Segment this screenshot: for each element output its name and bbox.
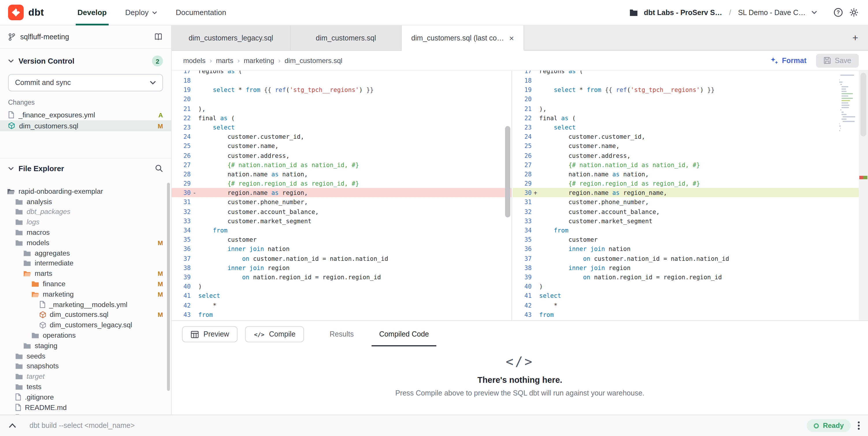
project-chevron-down-icon[interactable] — [811, 10, 817, 14]
file-tree-item[interactable]: README.md — [0, 402, 171, 413]
file-tree-item[interactable]: .gitignore — [0, 392, 171, 403]
changed-file-row[interactable]: dim_customers.sqlM — [0, 120, 171, 131]
code-line[interactable]: 33 customer.market_segment — [513, 216, 868, 226]
code-line[interactable]: 17regions as ( — [513, 70, 868, 76]
file-tree-item[interactable]: financeM — [0, 279, 171, 289]
dbt-logo-icon[interactable] — [8, 5, 24, 20]
file-tree-item[interactable]: target — [0, 372, 171, 382]
account-name[interactable]: dbt Labs - ProServ S… — [644, 8, 722, 17]
status-badge[interactable]: Ready — [807, 419, 851, 432]
code-line[interactable]: 41select — [172, 291, 512, 300]
file-explorer-header[interactable]: File Explorer — [0, 158, 171, 178]
code-line[interactable]: 24 customer.customer_id, — [172, 132, 512, 141]
code-line[interactable]: 18 — [513, 76, 868, 85]
editor-tab[interactable]: dim_customers.sql — [291, 25, 402, 50]
code-line[interactable]: 23 select — [172, 123, 512, 132]
code-line[interactable]: 36 inner join nation — [172, 244, 512, 254]
project-name[interactable]: SL Demo - Dave C… — [738, 8, 806, 17]
file-tree-item[interactable]: intermediate — [0, 258, 171, 269]
code-line[interactable]: 32 customer.account_balance, — [513, 207, 868, 216]
format-button[interactable]: Format — [770, 56, 806, 64]
file-tree-item[interactable]: _marketing__models.yml — [0, 299, 171, 310]
file-tree-item[interactable]: dbt_packages — [0, 207, 171, 217]
commit-and-sync-button[interactable]: Commit and sync — [8, 74, 163, 91]
code-line[interactable]: 22final as ( — [172, 113, 512, 123]
close-tab-icon[interactable]: × — [509, 34, 514, 42]
code-line[interactable]: 28 nation.name as nation, — [513, 169, 868, 179]
help-icon[interactable]: ? — [833, 7, 843, 17]
code-line[interactable]: 22final as ( — [513, 113, 868, 123]
code-line[interactable]: 43from — [172, 310, 512, 319]
more-options-icon[interactable] — [858, 421, 860, 430]
bottom-panel-tab-compiled-code[interactable]: Compiled Code — [379, 330, 429, 338]
file-tree-item[interactable]: snapshots — [0, 361, 171, 372]
file-search-icon[interactable] — [155, 164, 163, 172]
code-line[interactable]: 43from — [513, 310, 868, 319]
code-line[interactable]: 42 * — [513, 300, 868, 310]
file-tree-item[interactable]: marketingM — [0, 289, 171, 299]
file-tree-item[interactable]: dim_customers.sqlM — [0, 310, 171, 320]
code-line[interactable]: 27 {# nation.nation_id as nation_id, #} — [172, 160, 512, 169]
code-line[interactable]: 38 inner join region — [513, 263, 868, 272]
breadcrumb-item[interactable]: marketing — [244, 56, 274, 64]
code-line[interactable]: 21), — [513, 104, 868, 113]
nav-item-documentation[interactable]: Documentation — [166, 0, 236, 25]
code-line[interactable]: 40) — [513, 282, 868, 291]
file-tree-item[interactable]: macros — [0, 227, 171, 238]
version-control-header[interactable]: Version Control 2 — [0, 49, 171, 71]
file-tree-item[interactable]: dbt_project.yml — [0, 413, 171, 415]
overview-scroll-thumb[interactable] — [861, 73, 866, 137]
code-line[interactable]: 39 on nation.region_id = region.region_i… — [172, 272, 512, 282]
code-line[interactable]: 32 customer.account_balance, — [172, 207, 512, 216]
file-tree-item[interactable]: logs — [0, 217, 171, 228]
code-line[interactable]: 31 customer.phone_number, — [172, 198, 512, 207]
settings-gear-icon[interactable] — [849, 7, 859, 17]
editor-tab[interactable]: dim_customers_legacy.sql — [172, 25, 291, 50]
git-branch-row[interactable]: sqlfluff-meeting — [0, 25, 171, 49]
docs-book-icon[interactable] — [154, 33, 163, 40]
sidebar-scrollbar[interactable] — [167, 183, 170, 391]
code-line[interactable]: 38 inner join region — [172, 263, 512, 272]
file-tree-item[interactable]: rapid-onboarding-exemplar — [0, 186, 171, 197]
breadcrumb-item[interactable]: marts — [216, 56, 233, 64]
code-line[interactable]: 37 on customer.nation_id = nation.nation… — [513, 254, 868, 263]
code-line[interactable]: 20 — [513, 94, 868, 104]
preview-button[interactable]: Preview — [182, 326, 238, 342]
breadcrumb-item[interactable]: models — [183, 56, 206, 64]
code-line[interactable]: 42 * — [172, 300, 512, 310]
code-line[interactable]: 19 select * from {{ ref('stg_tpch__regio… — [172, 85, 512, 94]
code-line[interactable]: 36 inner join nation — [513, 244, 868, 254]
code-line[interactable]: 28 nation.name as nation, — [172, 169, 512, 179]
code-line[interactable]: 35 customer — [513, 235, 868, 244]
save-button[interactable]: Save — [816, 54, 859, 67]
code-line[interactable]: 21), — [172, 104, 512, 113]
new-tab-button[interactable]: + — [843, 25, 868, 51]
breadcrumb-item[interactable]: dim_customers.sql — [285, 56, 342, 64]
changed-file-row[interactable]: _finance_exposures.ymlA — [0, 109, 171, 120]
editor-scrollbar[interactable] — [505, 126, 510, 217]
code-line[interactable]: 40) — [172, 282, 512, 291]
code-line[interactable]: 17regions as ( — [172, 70, 512, 76]
code-line[interactable]: 27 {# nation.nation_id as nation_id, #} — [513, 160, 868, 169]
nav-item-develop[interactable]: Develop — [68, 0, 116, 25]
code-line[interactable]: 29 {# region.region_id as region_id, #} — [172, 179, 512, 188]
file-tree-item[interactable]: tests — [0, 382, 171, 392]
nav-item-deploy[interactable]: Deploy — [116, 0, 166, 25]
overview-ruler[interactable] — [859, 70, 868, 320]
code-line[interactable]: 31 customer.phone_number, — [513, 198, 868, 207]
bottom-panel-tab-results[interactable]: Results — [330, 330, 354, 338]
minimap[interactable] — [839, 72, 857, 132]
expand-panel-chevron-icon[interactable] — [8, 422, 17, 429]
code-line[interactable]: 29 {# region.region_id as region_id, #} — [513, 179, 868, 188]
code-line[interactable]: 41select — [513, 291, 868, 300]
file-tree-item[interactable]: dim_customers_legacy.sql — [0, 320, 171, 330]
code-line[interactable]: 26 customer.address, — [513, 151, 868, 160]
code-line[interactable]: 35 customer — [172, 235, 512, 244]
code-line[interactable]: 26 customer.address, — [172, 151, 512, 160]
compile-button[interactable]: </> Compile — [245, 326, 304, 342]
command-input[interactable]: dbt build --select <model_name> — [29, 422, 135, 430]
code-line[interactable]: 23 select — [513, 123, 868, 132]
file-tree-item[interactable]: seeds — [0, 351, 171, 361]
code-line[interactable]: 19 select * from {{ ref('stg_tpch__regio… — [513, 85, 868, 94]
file-tree-item[interactable]: operations — [0, 330, 171, 341]
